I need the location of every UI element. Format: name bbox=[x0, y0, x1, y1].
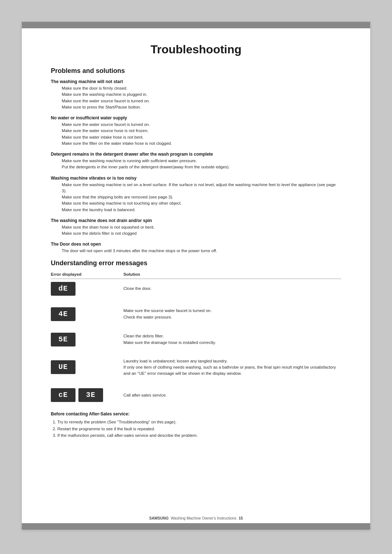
list-item: Make sure the washing machine is not tou… bbox=[62, 200, 341, 206]
error-code-cell-5e: 5E bbox=[51, 330, 123, 349]
error-code-3e: 3E bbox=[78, 388, 103, 402]
table-row: dE Close the door. bbox=[51, 279, 341, 299]
list-item: Make sure the door is firmly closed. bbox=[62, 85, 341, 91]
problem-block-6: The Door does not open The door will not… bbox=[51, 242, 341, 254]
problem-heading-5: The washing machine does not drain and/o… bbox=[51, 218, 341, 223]
before-contacting-heading: Before contacting After-Sales service: bbox=[51, 411, 341, 416]
error-section: Understanding error messages Error displ… bbox=[51, 259, 341, 439]
before-contacting: Before contacting After-Sales service: T… bbox=[51, 411, 341, 439]
table-row: cE 3E Call after-sales service. bbox=[51, 385, 341, 405]
problem-solutions-5: Make sure the drain hose is not squashed… bbox=[51, 224, 341, 237]
footer-text: Washing Machine Owner's Instructions bbox=[171, 516, 237, 520]
list-item: Make sure the water intake hose is not b… bbox=[62, 134, 341, 140]
error-solution-ue-text: Laundry load is unbalanced; loosen any t… bbox=[123, 359, 336, 376]
footer-brand: SAMSUNG bbox=[149, 516, 169, 520]
page: Troubleshooting Problems and solutions T… bbox=[22, 22, 370, 530]
error-solution-5e-text: Clean the debris filter.Make sure the dr… bbox=[123, 334, 216, 344]
error-code-cell-4e: 4E bbox=[51, 304, 123, 324]
list-item: Restart the programme to see if the faul… bbox=[57, 426, 341, 432]
list-item: Make sure that the shipping bolts are re… bbox=[62, 194, 341, 200]
problem-block-1: The washing machine will not start Make … bbox=[51, 79, 341, 110]
top-bar bbox=[22, 22, 370, 28]
error-code-pair: cE 3E bbox=[51, 388, 116, 402]
problems-section-title: Problems and solutions bbox=[51, 67, 341, 75]
error-solution-4e: Make sure the source water faucet is tur… bbox=[123, 304, 341, 324]
error-code-4e: 4E bbox=[51, 307, 75, 321]
error-code-cell-ue: UE bbox=[51, 355, 123, 380]
error-code-ce: cE bbox=[51, 388, 75, 402]
page-title-area: Troubleshooting bbox=[51, 39, 341, 56]
list-item: Put the detergents in the inner parts of… bbox=[62, 164, 341, 170]
error-code-5e: 5E bbox=[51, 333, 75, 346]
error-code-de: dE bbox=[51, 282, 75, 296]
col-solution-header: Solution bbox=[123, 272, 341, 279]
list-item: Make sure the drain hose is not squashed… bbox=[62, 224, 341, 230]
problem-heading-6: The Door does not open bbox=[51, 242, 341, 247]
problem-heading-2: No water or insufficient water supply bbox=[51, 115, 341, 120]
problem-solutions-1: Make sure the door is firmly closed. Mak… bbox=[51, 85, 341, 110]
list-item: Make sure the water source hose is not f… bbox=[62, 128, 341, 134]
list-item: Make sure the washing machine is plugged… bbox=[62, 91, 341, 98]
list-item: Make sure the laundry load is balanced. bbox=[62, 207, 341, 213]
problems-section: Problems and solutions The washing machi… bbox=[51, 67, 341, 254]
before-contacting-steps: Try to remedy the problem (See "Troubles… bbox=[51, 419, 341, 439]
problem-block-2: No water or insufficient water supply Ma… bbox=[51, 115, 341, 147]
list-item: Make sure the water source faucet is tur… bbox=[62, 98, 341, 104]
col-error-header: Error displayed bbox=[51, 272, 123, 279]
error-solution-ue: Laundry load is unbalanced; loosen any t… bbox=[123, 355, 341, 380]
problem-solutions-2: Make sure the water source faucet is tur… bbox=[51, 122, 341, 147]
list-item: Make sure to press the Start/Pause butto… bbox=[62, 104, 341, 110]
error-section-title: Understanding error messages bbox=[51, 259, 341, 267]
problem-heading-1: The washing machine will not start bbox=[51, 79, 341, 84]
error-code-cell-de: dE bbox=[51, 279, 123, 299]
footer: SAMSUNG Washing Machine Owner's Instruct… bbox=[22, 513, 370, 523]
list-item: If the malfunction persists, call after-… bbox=[57, 432, 341, 439]
footer-page-number: 15 bbox=[238, 516, 243, 520]
content: Troubleshooting Problems and solutions T… bbox=[22, 28, 370, 460]
problem-solutions-6: The door will not open until 3 minutes a… bbox=[51, 248, 341, 254]
table-row: 5E Clean the debris filter.Make sure the… bbox=[51, 330, 341, 349]
page-title: Troubleshooting bbox=[51, 43, 341, 56]
error-solution-5e: Clean the debris filter.Make sure the dr… bbox=[123, 330, 341, 349]
error-code-ue: UE bbox=[51, 360, 75, 374]
problem-heading-3: Detergent remains in the detergent drawe… bbox=[51, 152, 341, 157]
list-item: The door will not open until 3 minutes a… bbox=[62, 248, 341, 254]
problem-solutions-3: Make sure the washing machine is running… bbox=[51, 158, 341, 171]
problem-block-5: The washing machine does not drain and/o… bbox=[51, 218, 341, 237]
error-solution-ce: Call after-sales service. bbox=[123, 385, 341, 405]
table-row: UE Laundry load is unbalanced; loosen an… bbox=[51, 355, 341, 380]
bottom-bar bbox=[22, 523, 370, 530]
table-row: 4E Make sure the source water faucet is … bbox=[51, 304, 341, 324]
error-solution-de: Close the door. bbox=[123, 279, 341, 299]
problem-heading-4: Washing machine vibrates or is too noisy bbox=[51, 176, 341, 181]
list-item: Make sure the debris filter is not clogg… bbox=[62, 230, 341, 237]
problem-block-4: Washing machine vibrates or is too noisy… bbox=[51, 176, 341, 213]
list-item: Make sure the water source faucet is tur… bbox=[62, 122, 341, 128]
problem-block-3: Detergent remains in the detergent drawe… bbox=[51, 152, 341, 171]
error-table: Error displayed Solution dE Close the do… bbox=[51, 272, 341, 405]
problem-solutions-4: Make sure the washing machine is set on … bbox=[51, 182, 341, 213]
list-item: Make sure the washing machine is set on … bbox=[62, 182, 341, 194]
list-item: Make sure the washing machine is running… bbox=[62, 158, 341, 164]
error-code-cell-ce: cE 3E bbox=[51, 385, 123, 405]
list-item: Make sure the filter on the water intake… bbox=[62, 140, 341, 147]
error-solution-4e-line1: Make sure the source water faucet is tur… bbox=[123, 308, 212, 319]
list-item: Try to remedy the problem (See "Troubles… bbox=[57, 419, 341, 425]
